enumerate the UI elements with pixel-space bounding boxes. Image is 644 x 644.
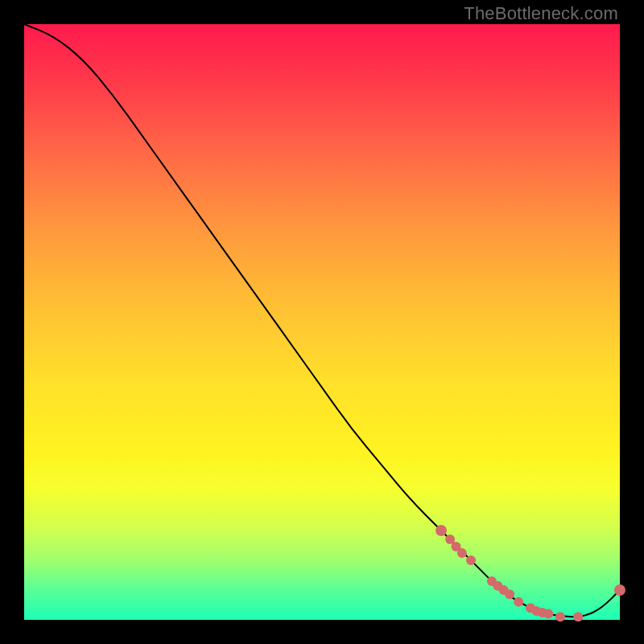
stage: TheBottleneck.com xyxy=(0,0,644,644)
bottleneck-curve xyxy=(24,24,620,617)
plot-area xyxy=(24,24,620,620)
data-dot xyxy=(457,548,467,558)
watermark-text: TheBottleneck.com xyxy=(464,3,618,24)
chart-svg xyxy=(24,24,620,620)
data-dot xyxy=(614,584,625,596)
data-dot xyxy=(466,555,476,565)
data-dots xyxy=(436,525,625,621)
data-dot xyxy=(505,589,514,599)
data-dot xyxy=(514,597,523,607)
data-dot xyxy=(543,609,553,619)
data-dot xyxy=(573,612,583,621)
data-dot xyxy=(555,612,565,621)
data-dot xyxy=(436,525,447,536)
